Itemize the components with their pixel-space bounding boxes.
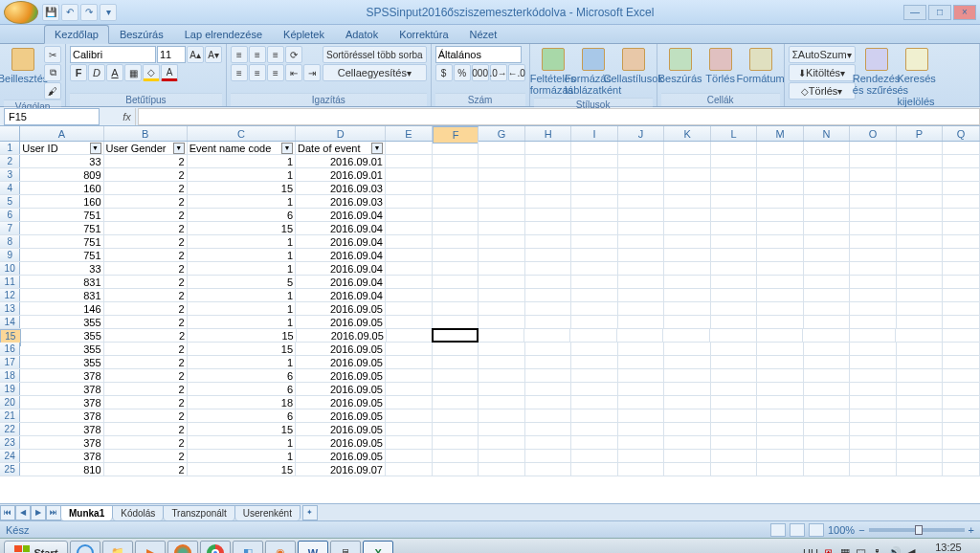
cell[interactable]: 2 — [104, 369, 188, 383]
cell[interactable] — [850, 450, 897, 463]
cell[interactable] — [664, 142, 711, 155]
tray-volume-icon[interactable]: 🔊 — [888, 546, 902, 553]
sheet-tab[interactable]: Userenként — [234, 505, 301, 520]
cell[interactable] — [479, 450, 525, 463]
cell[interactable]: 2016.09.04 — [296, 276, 386, 289]
cell[interactable] — [618, 168, 665, 182]
cell[interactable]: 2016.09.07 — [296, 463, 386, 476]
cell[interactable] — [943, 262, 980, 276]
clear-button[interactable]: ◇ Törlés ▾ — [789, 82, 856, 100]
cell[interactable]: 2016.09.04 — [296, 209, 386, 222]
cell[interactable] — [386, 409, 433, 423]
cell[interactable] — [804, 302, 851, 316]
cell[interactable]: 2 — [104, 222, 188, 235]
row-header[interactable]: 20 — [0, 396, 20, 409]
cell[interactable] — [479, 369, 525, 383]
cell[interactable] — [386, 195, 433, 209]
office-button[interactable] — [4, 1, 38, 24]
row-header[interactable]: 19 — [0, 383, 20, 395]
cell[interactable] — [525, 463, 572, 476]
cell[interactable] — [664, 289, 711, 302]
cell[interactable]: 2 — [104, 316, 188, 329]
cell[interactable] — [804, 235, 851, 249]
cell[interactable] — [525, 182, 572, 195]
indent-inc-icon[interactable]: ⇥ — [303, 64, 321, 81]
cell[interactable]: 378 — [20, 423, 103, 436]
row-header[interactable]: 6 — [0, 209, 20, 221]
taskbar-explorer[interactable]: 📁 — [102, 541, 133, 554]
row-header[interactable]: 22 — [0, 423, 20, 435]
cell[interactable] — [386, 356, 433, 369]
cell[interactable]: 2 — [104, 356, 188, 369]
cell[interactable]: 2 — [104, 383, 188, 396]
cell[interactable] — [850, 222, 897, 235]
cell[interactable] — [850, 356, 897, 369]
cell[interactable]: 2016.09.03 — [296, 195, 386, 209]
cell[interactable] — [943, 356, 980, 369]
align-bottom-icon[interactable]: ≡ — [267, 46, 284, 63]
cell[interactable] — [757, 262, 804, 276]
cell[interactable] — [897, 369, 944, 383]
cell[interactable] — [433, 423, 479, 436]
cell[interactable]: 2016.09.04 — [296, 262, 386, 276]
cell[interactable] — [897, 142, 944, 155]
cell[interactable] — [525, 450, 572, 463]
cell[interactable] — [479, 343, 525, 356]
minimize-button[interactable]: — — [903, 5, 926, 20]
cell[interactable] — [804, 316, 851, 329]
cell[interactable] — [571, 450, 618, 463]
cell[interactable] — [757, 168, 804, 182]
cell[interactable]: 1 — [188, 262, 296, 276]
filter-dropdown-icon[interactable]: ▼ — [281, 143, 293, 154]
cell[interactable] — [804, 142, 851, 155]
cell[interactable] — [664, 249, 711, 262]
taskbar-calc[interactable]: 🖩 — [330, 541, 361, 554]
cell[interactable]: 2 — [104, 155, 188, 168]
cell[interactable] — [618, 235, 665, 249]
taskbar-app2[interactable]: ◉ — [265, 541, 296, 554]
cell[interactable] — [479, 409, 525, 423]
cell[interactable] — [571, 182, 618, 195]
cell[interactable] — [571, 302, 618, 316]
cell[interactable] — [664, 302, 711, 316]
cell[interactable] — [664, 383, 711, 396]
cell[interactable] — [663, 329, 710, 343]
cell[interactable]: 2016.09.03 — [296, 182, 386, 195]
cell[interactable] — [943, 249, 980, 262]
cell[interactable] — [664, 369, 711, 383]
cell[interactable] — [571, 356, 618, 369]
cell[interactable] — [711, 222, 758, 235]
cell[interactable] — [386, 142, 433, 155]
cell[interactable] — [896, 329, 943, 343]
cell[interactable] — [804, 276, 851, 289]
cell[interactable] — [618, 463, 665, 476]
cell[interactable] — [433, 396, 479, 409]
cell[interactable] — [479, 142, 525, 155]
cell[interactable] — [943, 182, 980, 195]
cell[interactable] — [479, 289, 525, 302]
row-header[interactable]: 24 — [0, 450, 20, 462]
taskbar-app1[interactable]: ◧ — [233, 541, 263, 554]
delete-button[interactable]: Törlés — [702, 46, 740, 86]
cell[interactable] — [897, 383, 944, 396]
row-header[interactable]: 10 — [0, 262, 20, 275]
cell[interactable]: 1 — [188, 249, 296, 262]
cell[interactable] — [711, 450, 758, 463]
row-header[interactable]: 2 — [0, 155, 20, 167]
filter-dropdown-icon[interactable]: ▼ — [90, 143, 101, 154]
cell[interactable] — [571, 168, 618, 182]
cell[interactable]: 831 — [20, 289, 103, 302]
close-button[interactable]: × — [953, 5, 976, 20]
sheet-nav-next[interactable]: ▶ — [31, 505, 46, 520]
cell[interactable] — [804, 343, 851, 356]
cell[interactable] — [433, 182, 479, 195]
filter-dropdown-icon[interactable]: ▼ — [371, 143, 383, 154]
cell[interactable] — [664, 423, 711, 436]
cell[interactable]: 15 — [188, 182, 296, 195]
taskbar-media[interactable]: ▶ — [135, 541, 166, 554]
cell[interactable] — [943, 302, 980, 316]
cell[interactable] — [525, 436, 572, 450]
cell[interactable] — [525, 235, 572, 249]
cell[interactable]: 1 — [188, 316, 296, 329]
cell[interactable]: 2 — [104, 423, 188, 436]
